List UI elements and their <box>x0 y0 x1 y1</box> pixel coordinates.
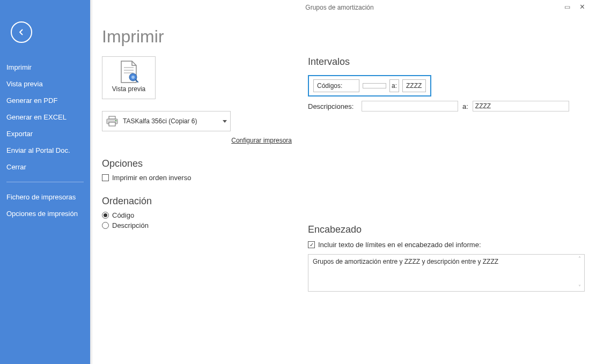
intervals-heading: Intervalos <box>308 56 585 68</box>
descriptions-interval-row: Descripciones: a: <box>308 101 585 112</box>
printer-name: TASKalfa 356ci (Copiar 6) <box>123 117 223 125</box>
arrow-left-icon <box>17 27 26 37</box>
left-column: Vista previa TASKalfa 356ci (Copiar 6) C… <box>102 56 292 292</box>
sidebar-item-imprimir[interactable]: Imprimir <box>0 59 90 76</box>
checkbox-unchecked-icon <box>102 174 109 181</box>
preview-button[interactable]: Vista previa <box>102 56 156 99</box>
header-section: Encabezado ✓ Incluir texto de límites en… <box>308 224 585 292</box>
scroll-up-icon: ˄ <box>576 256 583 262</box>
configure-printer-link[interactable]: Configurar impresora <box>102 137 292 144</box>
codes-from-input[interactable] <box>363 83 386 88</box>
chevron-down-icon <box>223 120 227 123</box>
svg-point-9 <box>115 120 116 121</box>
codes-to-input[interactable]: ZZZZ <box>402 79 426 92</box>
codes-interval-row: Códigos: a: ZZZZ <box>308 75 431 96</box>
preview-button-label: Vista previa <box>112 85 145 93</box>
reverse-order-label: Imprimir en orden inverso <box>112 174 191 182</box>
descriptions-to-label: a: <box>462 102 468 110</box>
textarea-scrollbar[interactable]: ˄ ˅ <box>576 256 583 290</box>
reverse-order-checkbox[interactable]: Imprimir en orden inverso <box>102 174 292 182</box>
printer-icon <box>106 116 119 127</box>
back-button[interactable] <box>11 21 32 43</box>
sidebar-item-enviar-portal[interactable]: Enviar al Portal Doc. <box>0 142 90 159</box>
svg-rect-8 <box>109 122 115 126</box>
sidebar-item-opciones-impresion[interactable]: Opciones de impresión <box>0 205 90 222</box>
sidebar: Imprimir Vista previa Generar en PDF Gen… <box>0 0 90 364</box>
sidebar-item-generar-pdf[interactable]: Generar en PDF <box>0 92 90 109</box>
options-heading: Opciones <box>102 158 292 169</box>
radio-checked-icon <box>102 212 109 219</box>
codes-label: Códigos: <box>313 79 359 92</box>
window-title: Grupos de amortización <box>90 0 589 15</box>
radio-unchecked-icon <box>102 222 109 229</box>
svg-point-4 <box>131 76 135 79</box>
window-maximize-icon[interactable]: ▭ <box>564 3 570 11</box>
main-content: Imprimir <box>102 27 584 364</box>
scroll-down-icon: ˅ <box>576 284 583 290</box>
page-title: Imprimir <box>102 27 584 47</box>
document-preview-icon <box>119 60 138 84</box>
window-close-icon[interactable]: × <box>580 3 585 11</box>
sidebar-shadow <box>90 0 93 364</box>
order-codigo-label: Código <box>112 211 134 219</box>
include-limits-checkbox[interactable]: ✓ Incluir texto de límites en el encabez… <box>308 241 585 249</box>
right-column: Intervalos Códigos: a: ZZZZ Descripcione… <box>308 56 585 292</box>
include-limits-label: Incluir texto de límites en el encabezad… <box>318 241 481 249</box>
descriptions-from-input[interactable] <box>362 101 458 112</box>
ordering-heading: Ordenación <box>102 196 292 207</box>
sidebar-item-generar-excel[interactable]: Generar en EXCEL <box>0 109 90 125</box>
header-text-content: Grupos de amortización entre y ZZZZ y de… <box>313 258 498 265</box>
sidebar-item-cerrar[interactable]: Cerrar <box>0 159 90 175</box>
descriptions-to-input[interactable] <box>473 101 569 112</box>
svg-rect-6 <box>109 116 115 119</box>
sidebar-item-exportar[interactable]: Exportar <box>0 125 90 142</box>
window-title-text: Grupos de amortización <box>305 4 373 11</box>
order-by-descripcion-radio[interactable]: Descripción <box>102 221 292 229</box>
header-text-area[interactable]: Grupos de amortización entre y ZZZZ y de… <box>308 254 585 292</box>
sidebar-separator <box>6 182 84 182</box>
header-heading: Encabezado <box>308 224 585 235</box>
order-descripcion-label: Descripción <box>112 221 149 229</box>
codes-to-label: a: <box>389 79 399 92</box>
descriptions-label: Descripciones: <box>308 102 357 110</box>
order-by-codigo-radio[interactable]: Código <box>102 211 292 219</box>
window-controls: ▭ × <box>564 3 585 11</box>
sidebar-item-fichero-impresoras[interactable]: Fichero de impresoras <box>0 189 90 205</box>
printer-dropdown[interactable]: TASKalfa 356ci (Copiar 6) <box>102 111 231 131</box>
checkbox-checked-icon: ✓ <box>308 241 315 248</box>
sidebar-item-vista-previa[interactable]: Vista previa <box>0 76 90 92</box>
